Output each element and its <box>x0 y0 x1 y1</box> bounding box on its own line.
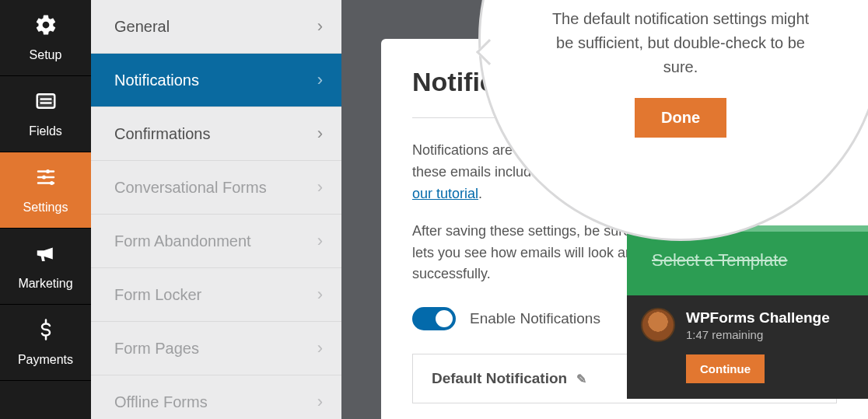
rail-item-fields[interactable]: Fields <box>0 76 91 152</box>
submenu-item-label: Conversational Forms <box>114 179 267 197</box>
rail-item-marketing[interactable]: Marketing <box>0 229 91 305</box>
popover-arrow-icon <box>476 39 502 65</box>
rail-item-setup[interactable]: Setup <box>0 0 91 76</box>
submenu-item-label: General <box>114 18 170 36</box>
chevron-right-icon: › <box>317 124 323 144</box>
enable-notifications-toggle[interactable] <box>412 307 456 330</box>
rail-item-payments[interactable]: Payments <box>0 305 91 381</box>
challenge-widget: Select a Template WPForms Challenge 1:47… <box>627 225 868 399</box>
challenge-title: WPForms Challenge <box>686 309 830 326</box>
submenu-item-label: Form Pages <box>114 340 199 358</box>
submenu-item-label: Form Locker <box>114 286 201 304</box>
submenu-item-notifications[interactable]: Notifications › <box>91 54 341 107</box>
chevron-right-icon: › <box>317 392 323 412</box>
svg-point-5 <box>50 181 54 185</box>
toggle-label: Enable Notifications <box>470 310 600 327</box>
submenu-item-label: Form Abandonment <box>114 232 251 250</box>
default-notification-label: Default Notification <box>432 370 567 387</box>
rail-item-label: Payments <box>18 353 73 367</box>
svg-point-3 <box>46 169 50 173</box>
submenu-item-general[interactable]: General › <box>91 0 341 54</box>
rail-item-settings[interactable]: Settings <box>0 152 91 229</box>
submenu-item-label: Notifications <box>114 72 199 89</box>
chevron-right-icon: › <box>317 231 323 251</box>
chevron-right-icon: › <box>317 338 323 358</box>
challenge-step-label: Select a Template <box>652 250 787 271</box>
rail-item-label: Settings <box>23 201 68 215</box>
bullhorn-icon <box>34 242 58 271</box>
settings-submenu: General › Notifications › Confirmations … <box>91 0 341 419</box>
rail-item-label: Marketing <box>18 277 72 291</box>
chevron-right-icon: › <box>317 70 323 90</box>
challenge-time-remaining: 1:47 remaining <box>686 328 830 341</box>
rail-item-label: Fields <box>29 124 62 138</box>
submenu-item-offline-forms[interactable]: Offline Forms › <box>91 375 341 419</box>
submenu-item-label: Offline Forms <box>114 393 208 411</box>
chevron-right-icon: › <box>317 285 323 305</box>
chevron-right-icon: › <box>317 177 323 197</box>
submenu-item-conversational-forms[interactable]: Conversational Forms › <box>91 161 341 215</box>
sliders-icon <box>34 166 58 194</box>
popover-body: The default notification settings might … <box>544 7 817 79</box>
challenge-continue-button[interactable]: Continue <box>686 354 765 383</box>
submenu-item-form-locker[interactable]: Form Locker › <box>91 268 341 322</box>
submenu-item-form-pages[interactable]: Form Pages › <box>91 322 341 375</box>
dollar-icon <box>34 318 58 347</box>
rail-item-label: Setup <box>30 48 62 62</box>
submenu-item-confirmations[interactable]: Confirmations › <box>91 107 341 161</box>
sullie-avatar-icon <box>641 308 675 342</box>
submenu-item-label: Confirmations <box>114 125 210 143</box>
popover-done-button[interactable]: Done <box>635 98 726 138</box>
list-icon <box>34 89 58 118</box>
submenu-item-form-abandonment[interactable]: Form Abandonment › <box>91 215 341 268</box>
svg-point-4 <box>42 176 46 180</box>
challenge-card: WPForms Challenge 1:47 remaining Continu… <box>627 295 868 399</box>
pencil-icon[interactable]: ✎ <box>576 372 586 386</box>
builder-rail: Setup Fields Settings Marketing Payments <box>0 0 91 419</box>
chevron-right-icon: › <box>317 16 323 37</box>
gear-icon <box>34 13 58 42</box>
